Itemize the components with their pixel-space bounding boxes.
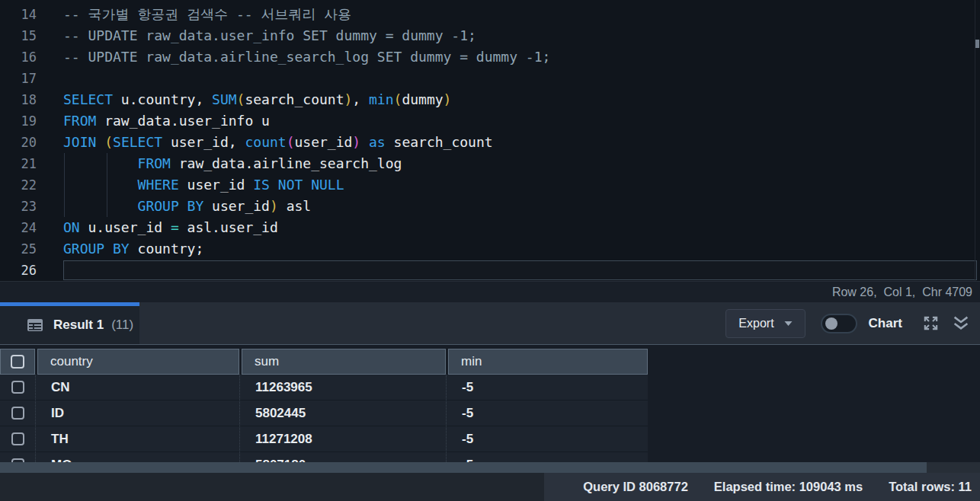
line-number: 25 bbox=[0, 238, 37, 260]
code-text: -- UPDATE raw_data.user_info SET dummy =… bbox=[63, 25, 476, 46]
query-info: Query ID 8068772 Elapsed time: 109043 ms… bbox=[544, 473, 980, 501]
line-number: 24 bbox=[0, 217, 37, 238]
code-lines: 14-- 국가별 항공권 검색수 -- 서브쿼리 사용15-- UPDATE r… bbox=[0, 0, 980, 281]
cell-sum[interactable]: 5807180 bbox=[239, 452, 446, 462]
tab-row-count: (11) bbox=[111, 318, 133, 333]
line-number: 20 bbox=[0, 132, 37, 153]
query-status-bar: Query ID 8068772 Elapsed time: 109043 ms… bbox=[0, 473, 980, 501]
table-row[interactable]: TH11271208-5 bbox=[0, 426, 648, 452]
table-row[interactable]: MO5807180-5 bbox=[0, 452, 648, 462]
cell-min[interactable]: -5 bbox=[446, 426, 648, 452]
code-text: FROM raw_data.airline_search_log bbox=[63, 153, 402, 174]
expand-icon bbox=[922, 314, 940, 332]
chevron-down-icon bbox=[784, 321, 793, 327]
code-line[interactable]: 20JOIN (SELECT user_id, count(user_id) a… bbox=[0, 132, 980, 153]
table-row[interactable]: ID5802445-5 bbox=[0, 400, 648, 426]
row-checkbox-cell bbox=[0, 400, 35, 426]
cell-min[interactable]: -5 bbox=[446, 400, 648, 426]
results-toolbar: Export Chart bbox=[725, 302, 980, 344]
select-all-cell bbox=[0, 349, 35, 375]
code-line[interactable]: 25GROUP BY country; bbox=[0, 238, 980, 260]
code-text: SELECT u.country, SUM(search_count), min… bbox=[63, 89, 451, 110]
code-text: ON u.user_id = asl.user_id bbox=[63, 217, 278, 238]
row-checkbox[interactable] bbox=[11, 381, 24, 394]
cell-min[interactable]: -5 bbox=[446, 452, 648, 462]
cell-country[interactable]: ID bbox=[35, 400, 239, 426]
toggle-knob bbox=[825, 318, 837, 330]
code-text: WHERE user_id IS NOT NULL bbox=[63, 174, 344, 196]
grid-header-row: country sum min bbox=[0, 349, 648, 375]
total-rows: Total rows: 11 bbox=[889, 480, 972, 494]
line-number: 17 bbox=[0, 68, 37, 89]
row-checkbox-cell bbox=[0, 426, 35, 452]
result-grid: country sum min CN11263965-5ID5802445-5T… bbox=[0, 344, 980, 462]
line-number: 15 bbox=[0, 25, 37, 46]
maximize-panel-button[interactable] bbox=[922, 314, 940, 332]
row-checkbox[interactable] bbox=[11, 432, 24, 445]
line-number: 21 bbox=[0, 153, 37, 174]
code-line[interactable]: 15-- UPDATE raw_data.user_info SET dummy… bbox=[0, 25, 980, 46]
code-text: -- UPDATE raw_data.airline_search_log SE… bbox=[63, 46, 550, 68]
line-number: 23 bbox=[0, 196, 37, 217]
tab-result-1[interactable]: Result 1 (11) bbox=[0, 302, 139, 344]
chart-toggle-label: Chart bbox=[869, 316, 902, 331]
cursor-position-status: Row 26, Col 1, Chr 4709 bbox=[0, 281, 980, 302]
code-line[interactable]: 26 bbox=[0, 260, 980, 281]
column-header-country[interactable]: country bbox=[37, 349, 239, 375]
row-checkbox-cell bbox=[0, 452, 35, 462]
code-line[interactable]: 23 GROUP BY user_id) asl bbox=[0, 196, 980, 217]
code-line[interactable]: 14-- 국가별 항공권 검색수 -- 서브쿼리 사용 bbox=[0, 4, 980, 25]
code-line[interactable]: 19FROM raw_data.user_info u bbox=[0, 110, 980, 132]
select-all-checkbox[interactable] bbox=[11, 355, 24, 369]
line-number: 18 bbox=[0, 89, 37, 110]
code-line[interactable]: 17 bbox=[0, 68, 980, 89]
grid-body: CN11263965-5ID5802445-5TH11271208-5MO580… bbox=[0, 375, 648, 462]
horizontal-scrollbar-thumb[interactable] bbox=[0, 462, 927, 473]
line-number: 14 bbox=[0, 4, 37, 25]
row-checkbox[interactable] bbox=[11, 407, 24, 420]
code-line[interactable]: 22 WHERE user_id IS NOT NULL bbox=[0, 174, 980, 196]
cell-sum[interactable]: 11271208 bbox=[239, 426, 446, 452]
line-number: 16 bbox=[0, 46, 37, 68]
code-line[interactable]: 21 FROM raw_data.airline_search_log bbox=[0, 153, 980, 174]
cell-sum[interactable]: 5802445 bbox=[239, 400, 446, 426]
code-text: FROM raw_data.user_info u bbox=[63, 110, 270, 132]
column-header-sum[interactable]: sum bbox=[242, 349, 446, 375]
line-number: 26 bbox=[0, 260, 37, 281]
tab-label: Result 1 bbox=[53, 318, 104, 333]
column-header-min[interactable]: min bbox=[448, 349, 648, 375]
horizontal-scrollbar[interactable] bbox=[0, 462, 980, 473]
table-row[interactable]: CN11263965-5 bbox=[0, 375, 648, 400]
editor-scrollbar[interactable] bbox=[975, 0, 980, 281]
chart-toggle[interactable] bbox=[821, 314, 857, 333]
code-text: JOIN (SELECT user_id, count(user_id) as … bbox=[63, 132, 493, 153]
table-icon bbox=[27, 319, 43, 331]
code-text: GROUP BY user_id) asl bbox=[63, 196, 311, 217]
collapse-panel-button[interactable] bbox=[951, 315, 971, 331]
editor-scrollbar-thumb[interactable] bbox=[975, 40, 979, 48]
indent-guide bbox=[107, 153, 107, 217]
code-text: GROUP BY country; bbox=[63, 238, 203, 260]
line-number: 19 bbox=[0, 110, 37, 132]
cell-country[interactable]: CN bbox=[35, 375, 239, 400]
cell-country[interactable]: MO bbox=[35, 452, 239, 462]
row-checkbox-cell bbox=[0, 375, 35, 400]
code-text: -- 국가별 항공권 검색수 -- 서브쿼리 사용 bbox=[63, 4, 351, 25]
cell-sum[interactable]: 11263965 bbox=[239, 375, 446, 400]
code-line[interactable]: 24ON u.user_id = asl.user_id bbox=[0, 217, 980, 238]
double-chevron-down-icon bbox=[951, 315, 971, 331]
export-button-label: Export bbox=[738, 317, 773, 330]
sql-editor[interactable]: 14-- 국가별 항공권 검색수 -- 서브쿼리 사용15-- UPDATE r… bbox=[0, 0, 980, 281]
export-button[interactable]: Export bbox=[725, 309, 805, 338]
cell-country[interactable]: TH bbox=[35, 426, 239, 452]
line-number: 22 bbox=[0, 174, 37, 196]
indent-guide bbox=[64, 153, 65, 217]
code-line[interactable]: 16-- UPDATE raw_data.airline_search_log … bbox=[0, 46, 980, 68]
code-line[interactable]: 18SELECT u.country, SUM(search_count), m… bbox=[0, 89, 980, 110]
query-id: Query ID 8068772 bbox=[583, 480, 688, 494]
status-bar-spacer bbox=[0, 473, 544, 501]
results-tabbar: Result 1 (11) Export Chart bbox=[0, 302, 980, 344]
cell-min[interactable]: -5 bbox=[446, 375, 648, 400]
elapsed-time: Elapsed time: 109043 ms bbox=[714, 480, 863, 494]
